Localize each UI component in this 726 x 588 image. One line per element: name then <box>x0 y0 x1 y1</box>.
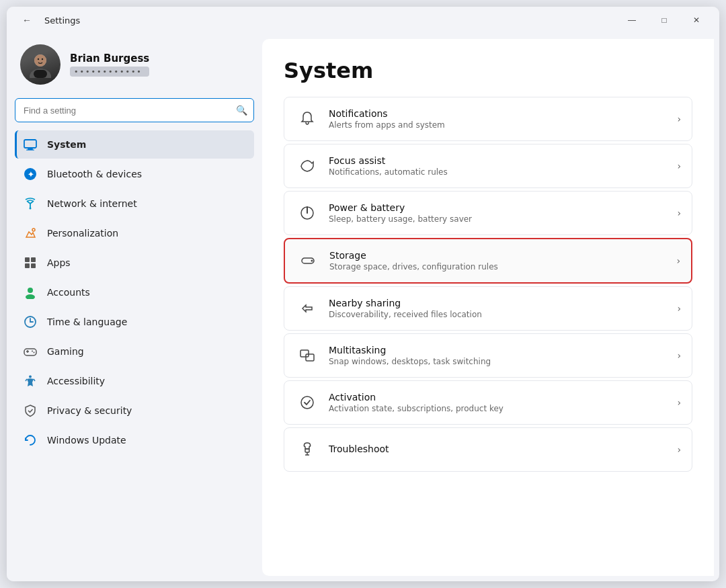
focus-text: Focus assist Notifications, automatic ru… <box>329 155 670 177</box>
user-profile: Brian Burgess •••••••••••• <box>15 34 254 95</box>
setting-troubleshoot[interactable]: Troubleshoot › <box>284 427 692 472</box>
svg-point-4 <box>42 58 43 60</box>
power-icon <box>295 201 319 225</box>
sidebar-item-personalization-label: Personalization <box>47 228 118 239</box>
sidebar-item-accessibility[interactable]: Accessibility <box>15 367 254 395</box>
main-content: System Notifications Alerts from apps an… <box>262 39 714 576</box>
svg-point-23 <box>29 376 32 378</box>
titlebar: ← Settings — □ ✕ <box>7 7 719 34</box>
storage-icon <box>296 249 320 273</box>
sidebar-item-bluetooth-label: Bluetooth & devices <box>47 169 142 179</box>
notifications-title: Notifications <box>329 108 670 119</box>
setting-notifications[interactable]: Notifications Alerts from apps and syste… <box>284 97 692 141</box>
sidebar-item-bluetooth[interactable]: ✦ Bluetooth & devices <box>15 160 254 188</box>
sidebar-item-update-label: Windows Update <box>47 435 126 446</box>
svg-point-11 <box>30 208 32 210</box>
power-title: Power & battery <box>329 202 670 213</box>
close-button[interactable]: ✕ <box>682 9 711 31</box>
system-icon <box>23 137 38 152</box>
search-input[interactable] <box>15 98 254 122</box>
content-area: Brian Burgess •••••••••••• 🔍 System <box>7 34 719 581</box>
storage-chevron: › <box>676 255 680 266</box>
time-icon <box>23 314 38 329</box>
sidebar-item-privacy[interactable]: Privacy & security <box>15 396 254 425</box>
nav-list: System ✦ Bluetooth & devices Network & i… <box>15 130 254 456</box>
accessibility-icon <box>23 374 38 388</box>
notifications-text: Notifications Alerts from apps and syste… <box>329 108 670 130</box>
svg-rect-8 <box>26 150 34 151</box>
focus-desc: Notifications, automatic rules <box>329 167 670 177</box>
sidebar-item-accounts[interactable]: Accounts <box>15 278 254 306</box>
setting-activation[interactable]: Activation Activation state, subscriptio… <box>284 380 692 425</box>
multitasking-chevron: › <box>677 350 681 361</box>
activation-title: Activation <box>329 392 670 403</box>
setting-focus[interactable]: Focus assist Notifications, automatic ru… <box>284 144 692 188</box>
svg-rect-16 <box>31 263 36 268</box>
sidebar-item-accessibility-label: Accessibility <box>47 376 105 386</box>
svg-point-21 <box>32 351 33 352</box>
setting-power[interactable]: Power & battery Sleep, battery usage, ba… <box>284 191 692 235</box>
settings-window: ← Settings — □ ✕ <box>7 7 719 581</box>
sidebar-item-time-label: Time & language <box>47 317 127 327</box>
multitasking-desc: Snap windows, desktops, task switching <box>329 357 670 366</box>
svg-point-12 <box>32 228 35 231</box>
svg-rect-13 <box>25 257 30 262</box>
user-info: Brian Burgess •••••••••••• <box>70 52 149 77</box>
multitasking-icon <box>295 343 319 368</box>
bluetooth-icon: ✦ <box>23 167 38 181</box>
gaming-icon <box>23 344 38 359</box>
nearby-icon <box>295 296 319 321</box>
troubleshoot-text: Troubleshoot <box>329 444 670 456</box>
sidebar-item-network[interactable]: Network & internet <box>15 190 254 218</box>
sidebar-item-gaming[interactable]: Gaming <box>15 337 254 366</box>
sidebar-item-update[interactable]: Windows Update <box>15 426 254 454</box>
power-chevron: › <box>677 208 681 218</box>
focus-chevron: › <box>677 161 681 171</box>
sidebar-item-apps-label: Apps <box>47 257 71 268</box>
multitasking-title: Multitasking <box>329 345 670 355</box>
sidebar-item-accounts-label: Accounts <box>47 287 90 298</box>
update-icon <box>23 433 38 448</box>
troubleshoot-title: Troubleshoot <box>329 444 670 454</box>
search-box: 🔍 <box>15 98 254 122</box>
sidebar-item-system-label: System <box>47 139 86 150</box>
nearby-text: Nearby sharing Discoverability, received… <box>329 298 670 319</box>
svg-rect-30 <box>305 449 309 452</box>
svg-point-17 <box>28 288 33 293</box>
network-icon <box>23 196 38 211</box>
user-name: Brian Burgess <box>70 52 149 65</box>
svg-rect-27 <box>300 350 309 357</box>
svg-rect-5 <box>34 70 47 78</box>
power-text: Power & battery Sleep, battery usage, ba… <box>329 202 670 224</box>
avatar <box>20 44 61 85</box>
focus-title: Focus assist <box>329 155 670 166</box>
privacy-icon <box>23 403 38 418</box>
svg-rect-6 <box>24 140 36 148</box>
setting-storage[interactable]: Storage Storage space, drives, configura… <box>284 238 692 284</box>
minimize-button[interactable]: — <box>617 9 647 31</box>
troubleshoot-chevron: › <box>677 444 681 455</box>
svg-point-26 <box>311 260 313 262</box>
setting-multitasking[interactable]: Multitasking Snap windows, desktops, tas… <box>284 333 692 378</box>
sidebar-item-apps[interactable]: Apps <box>15 249 254 277</box>
svg-rect-28 <box>306 354 314 361</box>
svg-rect-15 <box>25 263 30 268</box>
sidebar-item-personalization[interactable]: Personalization <box>15 219 254 247</box>
setting-nearby[interactable]: Nearby sharing Discoverability, received… <box>284 286 692 331</box>
svg-text:✦: ✦ <box>28 169 35 179</box>
apps-icon <box>23 255 38 270</box>
storage-desc: Storage space, drives, configuration rul… <box>329 262 670 271</box>
storage-title: Storage <box>329 250 670 261</box>
sidebar-item-system[interactable]: System <box>15 130 254 159</box>
sidebar-item-privacy-label: Privacy & security <box>47 405 132 416</box>
back-button[interactable]: ← <box>17 11 36 30</box>
sidebar-item-time[interactable]: Time & language <box>15 308 254 336</box>
svg-point-3 <box>38 58 39 60</box>
nearby-desc: Discoverability, received files location <box>329 310 670 319</box>
maximize-button[interactable]: □ <box>649 9 679 31</box>
storage-text: Storage Storage space, drives, configura… <box>329 250 670 271</box>
notifications-desc: Alerts from apps and system <box>329 120 670 130</box>
focus-icon <box>295 154 319 178</box>
troubleshoot-icon <box>295 437 319 462</box>
sidebar-item-gaming-label: Gaming <box>47 346 84 357</box>
